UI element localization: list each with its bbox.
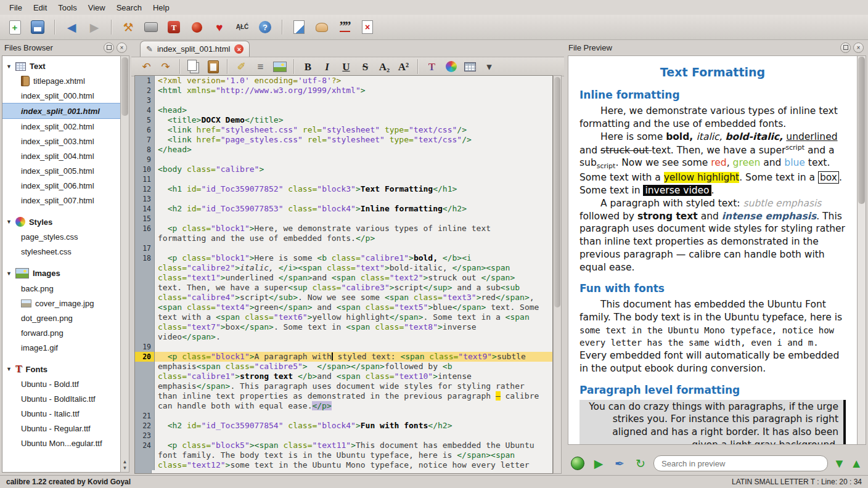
code-row[interactable]: 5 <title>DOCX Demo</title> [135,115,552,125]
code-row[interactable]: 16 <p class="block1">Here, we demonstrat… [135,224,552,234]
code-row[interactable]: 19 [135,342,552,352]
find-next-button[interactable]: ▼ [833,457,845,471]
file-item-index_split_004.html[interactable]: index_split_004.html [2,148,121,163]
back-button[interactable]: ◀ [63,18,80,36]
spellcheck-button[interactable]: ĄŁĆ [234,18,251,36]
code-row[interactable]: can handle both with equal ease.</p> [135,401,552,411]
menu-edit[interactable]: Edit [28,1,52,14]
code-row[interactable]: 1<?xml version='1.0' encoding='utf-8'?> [135,76,552,86]
edit-toc-button[interactable]: T [165,18,182,36]
auto-refresh-button[interactable]: ▶ [591,455,607,471]
help-button[interactable]: ? [256,18,274,36]
code-row[interactable]: 22 <h2 id="id_Toc359077854" class="block… [135,421,552,431]
remove-file-button[interactable]: × [359,18,376,36]
code-row[interactable]: text with a <span class="text6">yellow h… [135,312,552,322]
tab-index_split_001[interactable]: ✎ index_split_001.html × [140,41,250,57]
section-text[interactable]: ▼Text [2,59,121,73]
file-item-forward.png[interactable]: forward.png [2,325,121,340]
code-row[interactable]: 23 [135,431,552,441]
check-book-button[interactable] [188,18,205,36]
code-row[interactable]: 21 [135,411,552,421]
menu-help[interactable]: Help [147,1,175,14]
superscript-button[interactable]: A² [396,59,411,75]
scrollbar-thumb[interactable] [554,77,560,307]
code-row[interactable]: 14 <h2 id="id_Toc359077853" class="block… [135,204,552,214]
file-item-Ubuntu - Bold.ttf[interactable]: Ubuntu - Bold.ttf [2,376,121,391]
insert-file-button[interactable] [290,18,308,36]
close-panel-button[interactable]: × [117,43,127,53]
files-scrollbar[interactable]: ▲▼ [120,55,129,473]
code-row[interactable]: font family. The body text is in the Ubu… [135,450,552,460]
code-row[interactable]: 12 <h1 id="id_Toc359077852" class="block… [135,184,552,194]
file-item-Ubuntu - Regular.ttf[interactable]: Ubuntu - Regular.ttf [2,421,121,436]
forward-button[interactable]: ▶ [86,18,103,36]
close-panel-button[interactable]: × [853,43,864,53]
preview-scrollbar[interactable] [857,55,866,445]
code-row[interactable]: 6 <link href="stylesheet.css" rel="style… [135,125,552,135]
code-row[interactable]: emphasis</span>. This paragraph uses doc… [135,381,552,391]
file-item-index_split_007.html[interactable]: index_split_007.html [2,193,121,208]
code-row[interactable]: 24 <p class="block5"><span class="text11… [135,441,552,450]
code-row[interactable]: 4<head> [135,105,552,115]
code-row[interactable]: class="calibre2">italic, </i><span class… [135,263,552,273]
file-item-index_split_003.html[interactable]: index_split_003.html [2,134,121,148]
code-row[interactable]: class="text1">underlined </span>and <spa… [135,273,552,283]
code-row[interactable]: class="text12">some text in the Ubuntu M… [135,460,552,470]
code-row[interactable]: than inline text properties as demonstra… [135,391,552,401]
menu-search[interactable]: Search [111,1,147,14]
code-row[interactable]: <span class="text4">green</span> and <sp… [135,303,552,312]
more-options-button[interactable]: ▾ [481,59,497,75]
save-button[interactable] [29,18,46,36]
paste-button[interactable] [205,59,221,75]
code-row[interactable]: 18 <p class="block1">Here is some <b cla… [135,253,552,263]
file-item-back.png[interactable]: back.png [2,281,121,296]
section-styles[interactable]: ▼Styles [2,214,121,229]
color-button[interactable] [443,59,459,75]
bold-button[interactable]: B [300,59,316,75]
fix-html-button[interactable]: ⚒ [120,18,137,36]
code-row[interactable]: 13 [135,194,552,204]
code-row[interactable]: 8</head> [135,145,552,155]
hand-tool-button[interactable] [313,18,330,36]
reload-preview-button[interactable]: ↻ [633,455,649,471]
code-row[interactable]: 7 <link href="page_styles.css" rel="styl… [135,135,552,145]
code-row[interactable]: 20 <p class="block1">A paragraph with st… [135,352,552,362]
float-panel-button[interactable] [104,43,114,53]
section-fonts[interactable]: ▼TFonts [2,361,121,376]
code-row[interactable]: class="calibre4">script</sub>. Now we se… [135,293,552,303]
section-images[interactable]: ▼Images [2,265,121,281]
code-row[interactable]: 15 [135,214,552,224]
undo-button[interactable]: ↶ [139,59,154,75]
insert-image-button[interactable] [272,59,287,75]
smarten-punctuation-button[interactable]: ”” [336,18,353,36]
new-file-button[interactable]: + [6,18,23,36]
file-item-cover_image.jpg[interactable]: cover_image.jpg [2,296,121,311]
open-in-editor-button[interactable]: ✒ [612,455,628,471]
file-item-index_split_001.html[interactable]: index_split_001.html [2,103,121,119]
code-row[interactable]: class="calibre1">strong text </b>and <sp… [135,372,552,381]
code-row[interactable]: 10<body class="calibre"> [135,165,552,174]
file-item-index_split_005.html[interactable]: index_split_005.html [2,163,121,178]
code-row[interactable]: formatting and the use of embedded fonts… [135,234,552,243]
code-row[interactable]: 3 [135,96,552,105]
insert-table-button[interactable] [462,59,478,75]
file-item-Ubuntu - BoldItalic.ttf[interactable]: Ubuntu - BoldItalic.ttf [2,391,121,406]
mark-text-button[interactable]: ✐ [234,59,249,75]
file-item-index_split_000.html[interactable]: index_split_000.html [2,88,121,103]
file-item-index_split_002.html[interactable]: index_split_002.html [2,119,121,134]
italic-button[interactable]: I [319,59,335,75]
code-row[interactable]: class="text7">box</span>. Some text in <… [135,322,552,332]
underline-button[interactable]: U [338,59,354,75]
scrollbar-thumb[interactable] [121,57,128,116]
file-item-index_split_006.html[interactable]: index_split_006.html [2,178,121,193]
scrollbar-thumb[interactable] [858,57,865,204]
device-preview-button[interactable] [142,18,160,36]
strikethrough-button[interactable]: S [358,59,373,75]
float-panel-button[interactable] [840,43,851,53]
file-item-image1.gif[interactable]: image1.gif [2,340,121,355]
file-item-stylesheet.css[interactable]: stylesheet.css [2,244,121,259]
copy-button[interactable] [186,59,202,75]
donate-button[interactable]: ♥ [211,18,228,36]
menu-file[interactable]: File [4,1,28,14]
file-item-titlepage.xhtml[interactable]: titlepage.xhtml [2,73,121,88]
